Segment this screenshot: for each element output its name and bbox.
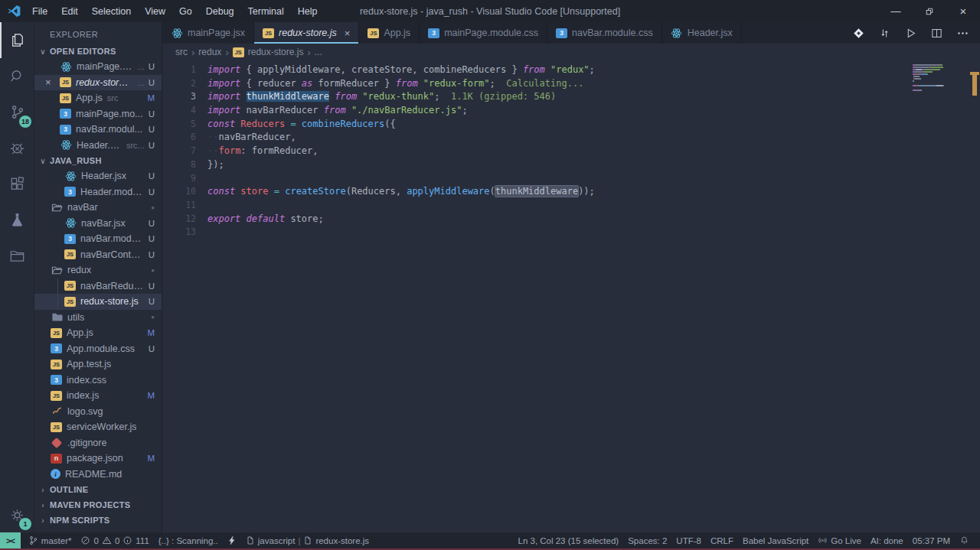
encoding-status[interactable]: UTF-8 — [671, 536, 706, 545]
menu-go[interactable]: Go — [172, 0, 199, 22]
tree-item-navbar[interactable]: navBar● — [34, 200, 162, 216]
breadcrumb-item-item[interactable]: ... — [315, 47, 322, 57]
clock-status[interactable]: 05:37 PM — [908, 536, 955, 545]
bolt-status[interactable] — [223, 535, 241, 545]
close-window-button[interactable]: × — [946, 0, 980, 22]
js-file-icon: JS — [60, 77, 71, 87]
tree-item-navbar-jsx[interactable]: navBar.jsxU — [34, 216, 162, 232]
tree-item-app-js[interactable]: JSApp.jsM — [34, 325, 162, 341]
more-actions-button[interactable] — [956, 27, 969, 40]
problems-status[interactable]: 0 0 111 — [76, 535, 153, 545]
tree-item-navbarcontai[interactable]: JSnavBarContai...U — [34, 247, 162, 263]
section-outline[interactable]: ›OUTLINE — [34, 482, 162, 497]
tree-item-gitignore[interactable]: .gitignore — [34, 435, 162, 451]
breadcrumb-item-src[interactable]: src — [175, 47, 188, 57]
settings-gear[interactable]: 1 — [0, 497, 34, 532]
restore-button[interactable] — [913, 0, 946, 22]
tree-item-serviceworker-js[interactable]: JSserviceWorker.js — [34, 419, 162, 435]
code-line-2[interactable]: 2import { reducer as formReducer } from … — [162, 77, 980, 91]
tab-header-jsx[interactable]: Header.jsx — [662, 22, 742, 44]
tab-app-js[interactable]: JSApp.js — [359, 22, 420, 44]
activity-explorer[interactable] — [0, 22, 34, 58]
ai-status[interactable]: AI: done — [866, 536, 908, 545]
activity-debug[interactable] — [0, 130, 34, 166]
menu-edit[interactable]: Edit — [54, 0, 85, 22]
activity-search[interactable] — [0, 58, 34, 94]
run-button[interactable] — [904, 27, 917, 40]
tree-item-logo-svg[interactable]: logo.svg — [34, 404, 162, 420]
open-editors-header[interactable]: ∨ OPEN EDITORS — [34, 44, 162, 59]
tree-item-index-css[interactable]: 3index.css — [34, 373, 162, 389]
remote-indicator[interactable]: >< — [0, 532, 21, 548]
menu-terminal[interactable]: Terminal — [241, 0, 291, 22]
menu-file[interactable]: File — [25, 0, 54, 22]
tab-mainpage-jsx[interactable]: mainPage.jsx — [162, 22, 254, 44]
code-line-4[interactable]: 4import navBarReducer from "./navBarRedu… — [162, 104, 980, 118]
code-line-6[interactable]: 6··navBarReducer, — [162, 131, 980, 145]
activity-testing[interactable] — [0, 202, 34, 238]
code-line-3[interactable]: 3import thunkMiddleware from "redux-thun… — [162, 90, 980, 104]
tree-item-package-json[interactable]: npackage.jsonM — [34, 451, 162, 467]
go-live-button[interactable]: Go Live — [813, 535, 866, 545]
code-line-7[interactable]: 7··form: formReducer, — [162, 145, 980, 158]
overview-ruler[interactable] — [969, 60, 980, 532]
close-icon[interactable]: × — [45, 77, 60, 87]
tree-item-app-test-js[interactable]: JSApp.test.js — [34, 356, 162, 373]
code-line-11[interactable]: 11 — [162, 199, 980, 213]
open-editor-navbar-modul[interactable]: 3navBar.modul...U — [34, 122, 162, 138]
language-mode[interactable]: Babel JavaScript — [738, 536, 813, 545]
code-line-9[interactable]: 9 — [162, 172, 980, 186]
breadcrumb-item-redux[interactable]: redux — [198, 47, 221, 57]
chevron-right-icon: › — [225, 47, 228, 58]
code-line-1[interactable]: 1import { applyMiddleware, createStore, … — [162, 63, 980, 77]
tree-item-navbarreducer[interactable]: JSnavBarReducer...U — [34, 278, 162, 295]
tree-item-redux-store-js[interactable]: JSredux-store.jsU — [34, 294, 162, 310]
tree-item-navbar-modul[interactable]: 3navBar.modul...U — [34, 231, 162, 247]
activity-extensions[interactable] — [0, 166, 34, 202]
minimap[interactable] — [913, 64, 968, 94]
cursor-position[interactable]: Ln 3, Col 23 (15 selected) — [514, 536, 624, 545]
tab-mainpage-module-css[interactable]: 3mainPage.module.css — [420, 22, 547, 44]
eol-status[interactable]: CRLF — [706, 536, 738, 545]
breadcrumb-item-redux-store-js[interactable]: JSredux-store.js — [233, 47, 304, 57]
project-header[interactable]: ∨ JAVA_RUSH — [34, 153, 162, 168]
git-branch-status[interactable]: master* — [24, 535, 77, 545]
code-line-13[interactable]: 13 — [162, 226, 980, 239]
tab-redux-store-js[interactable]: JSredux-store.js× — [254, 22, 359, 44]
tree-item-app-module-css[interactable]: 3App.module.cssU — [34, 341, 162, 357]
open-editor-mainpage-mo[interactable]: 3mainPage.mo...U — [34, 106, 162, 122]
open-editor-header-jsx[interactable]: Header.jsxsrc...U — [34, 138, 162, 154]
prettier-icon[interactable] — [852, 27, 865, 40]
chevron-right-icon: › — [191, 47, 194, 58]
tab-navbar-module-css[interactable]: 3navBar.module.css — [547, 22, 662, 44]
tree-item-header-modu[interactable]: 3Header.modu...U — [34, 184, 162, 200]
split-editor-button[interactable] — [930, 27, 943, 40]
menu-help[interactable]: Help — [291, 0, 325, 22]
section-maven-projects[interactable]: ›MAVEN PROJECTS — [34, 497, 162, 513]
tree-item-index-js[interactable]: JSindex.jsM — [34, 388, 162, 404]
sync-changes-icon[interactable] — [878, 27, 891, 40]
open-editor-mainpage-jsx[interactable]: mainPage.jsx...U — [34, 59, 162, 75]
notifications-button[interactable] — [955, 535, 974, 545]
activity-project-manager[interactable] — [0, 238, 34, 274]
activity-source-control[interactable]: 18 — [0, 94, 34, 130]
menu-debug[interactable]: Debug — [199, 0, 241, 22]
code-line-8[interactable]: 8}); — [162, 158, 980, 172]
code-line-10[interactable]: 10const store = createStore(Reducers, ap… — [162, 185, 980, 199]
section-npm-scripts[interactable]: ›NPM SCRIPTS — [34, 513, 162, 528]
code-line-12[interactable]: 12export default store; — [162, 213, 980, 226]
tree-item-header-jsx[interactable]: Header.jsxU — [34, 168, 162, 184]
minimize-button[interactable]: — — [879, 0, 913, 22]
menu-selection[interactable]: Selection — [85, 0, 138, 22]
tree-item-redux[interactable]: redux● — [34, 262, 162, 278]
highlight-language-status[interactable]: javascript | redux-store.js — [241, 535, 374, 545]
tree-item-utils[interactable]: utils● — [34, 310, 162, 326]
tree-item-readme-md[interactable]: iREADME.md — [34, 467, 162, 483]
close-icon[interactable]: × — [345, 28, 351, 39]
code-line-5[interactable]: 5const Reducers = combineReducers({ — [162, 118, 980, 132]
menu-view[interactable]: View — [138, 0, 172, 22]
open-editor-app-js[interactable]: JSApp.jssrcM — [34, 90, 162, 106]
indentation-status[interactable]: Spaces: 2 — [623, 536, 671, 545]
scanning-status[interactable]: {..} : Scanning.. — [154, 536, 223, 545]
open-editor-redux-store-js[interactable]: ×JSredux-store.js...U — [34, 75, 162, 91]
